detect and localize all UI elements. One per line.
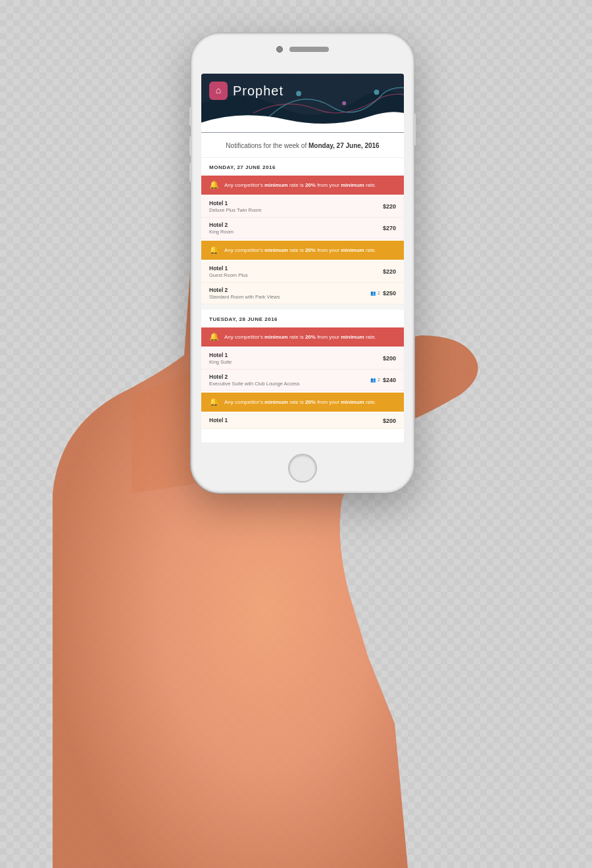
alert-bar-orange-1: 🔔 Any competitor's minimum rate is 20% f… — [201, 241, 404, 260]
notification-date: Monday, 27 June, 2016 — [308, 142, 380, 149]
svg-point-5 — [296, 91, 301, 96]
hotel-row-tue-2-1: Hotel 1 $200 — [201, 413, 404, 429]
hotel-price-mon-1-1: $220 — [383, 203, 396, 210]
app-icon: ⌂ — [209, 82, 228, 100]
hotel-info-tue-1-1: Hotel 1 King Suite — [209, 352, 383, 365]
hotel-name-tue-1-2: Hotel 2 — [209, 374, 370, 380]
bell-icon-red-1: 🔔 — [209, 180, 219, 190]
hotel-price-mon-1-2: $270 — [383, 225, 396, 231]
hotel-info-tue-2-1: Hotel 1 — [209, 417, 383, 424]
hotel-row-mon-1-1: Hotel 1 Deluxe Plus Twin Room $220 — [201, 196, 404, 218]
phone-camera — [276, 46, 283, 53]
hotel-room-tue-1-1: King Suite — [209, 359, 383, 365]
day-section-tuesday: TUESDAY, 28 JUNE 2016 🔔 Any competitor's… — [201, 310, 404, 429]
app-body[interactable]: Notifications for the week of Monday, 27… — [201, 133, 404, 443]
phone-top-bar — [276, 46, 329, 53]
notification-header: Notifications for the week of Monday, 27… — [201, 133, 404, 158]
alert-text-orange-2: Any competitor's minimum rate is 20% fro… — [224, 399, 376, 405]
bell-icon-orange-1: 🔔 — [209, 245, 219, 255]
svg-point-6 — [342, 101, 346, 105]
app-header: ⌂ Prophet — [201, 74, 404, 133]
header-content: ⌂ Prophet — [209, 82, 284, 100]
hotel-price-mon-2-2: 👥 2 $250 — [370, 290, 396, 297]
hotel-info-mon-1-2: Hotel 2 King Room — [209, 222, 383, 235]
hotel-room-mon-1-1: Deluxe Plus Twin Room — [209, 207, 383, 213]
hotel-name-tue-1-1: Hotel 1 — [209, 352, 383, 358]
bell-icon-orange-2: 🔔 — [209, 397, 219, 407]
hotel-row-tue-1-2: Hotel 2 Executive Suite with Club Lounge… — [201, 370, 404, 391]
hotel-info-mon-2-1: Hotel 1 Guest Room Plus — [209, 265, 383, 278]
alert-bar-red-1: 🔔 Any competitor's minimum rate is 20% f… — [201, 176, 404, 195]
hotel-room-mon-2-1: Guest Room Plus — [209, 272, 383, 278]
hotel-room-mon-2-2: Standard Room with Park Views — [209, 294, 370, 300]
hotel-name-mon-2-1: Hotel 1 — [209, 265, 383, 272]
hotel-price-tue-1-2: 👥 2 $240 — [370, 377, 396, 383]
hotel-row-mon-1-2: Hotel 2 King Room $270 — [201, 218, 404, 239]
alert-text-red-2: Any competitor's minimum rate is 20% fro… — [224, 334, 376, 340]
phone-screen: ⌂ Prophet Notifications for the week of … — [201, 74, 404, 443]
hotel-price-mon-2-1: $220 — [383, 268, 396, 275]
hotel-name-mon-2-2: Hotel 2 — [209, 287, 370, 293]
phone-home-button[interactable] — [288, 454, 317, 483]
svg-point-7 — [374, 89, 380, 95]
hotel-row-mon-2-2: Hotel 2 Standard Room with Park Views 👥 … — [201, 283, 404, 304]
hotel-info-mon-2-2: Hotel 2 Standard Room with Park Views — [209, 287, 370, 300]
phone-device: ⌂ Prophet Notifications for the week of … — [191, 33, 414, 493]
alert-bar-orange-2: 🔔 Any competitor's minimum rate is 20% f… — [201, 393, 404, 412]
hotel-price-tue-2-1: $200 — [383, 418, 396, 424]
day-label-tuesday: TUESDAY, 28 JUNE 2016 — [201, 310, 404, 326]
hotel-row-mon-2-1: Hotel 1 Guest Room Plus $220 — [201, 261, 404, 283]
person-icon-mon-2-2: 👥 2 — [370, 291, 380, 296]
section-divider-1 — [201, 304, 404, 310]
hotel-price-tue-1-1: $200 — [383, 355, 396, 362]
app-title-text: Prophet — [233, 84, 284, 99]
hotel-room-mon-1-2: King Room — [209, 229, 383, 235]
hotel-name-mon-1-2: Hotel 2 — [209, 222, 383, 228]
alert-text-orange-1: Any competitor's minimum rate is 20% fro… — [224, 247, 376, 253]
alert-text-red-1: Any competitor's minimum rate is 20% fro… — [224, 182, 376, 188]
notification-prefix: Notifications for the week of — [226, 142, 308, 149]
alert-bar-red-2: 🔔 Any competitor's minimum rate is 20% f… — [201, 327, 404, 347]
hotel-name-tue-2-1: Hotel 1 — [209, 417, 383, 423]
day-label-monday: MONDAY, 27 JUNE 2016 — [201, 158, 404, 174]
hotel-info-mon-1-1: Hotel 1 Deluxe Plus Twin Room — [209, 200, 383, 213]
bell-icon-red-2: 🔔 — [209, 332, 219, 342]
hotel-row-tue-1-1: Hotel 1 King Suite $200 — [201, 348, 404, 370]
phone-body: ⌂ Prophet Notifications for the week of … — [191, 33, 414, 493]
hotel-info-tue-1-2: Hotel 2 Executive Suite with Club Lounge… — [209, 374, 370, 387]
phone-speaker — [289, 47, 329, 52]
hotel-room-tue-1-2: Executive Suite with Club Lounge Access — [209, 381, 370, 387]
day-section-monday: MONDAY, 27 JUNE 2016 🔔 Any competitor's … — [201, 158, 404, 304]
hotel-name-mon-1-1: Hotel 1 — [209, 200, 383, 206]
person-icon-tue-1-2: 👥 2 — [370, 377, 380, 383]
